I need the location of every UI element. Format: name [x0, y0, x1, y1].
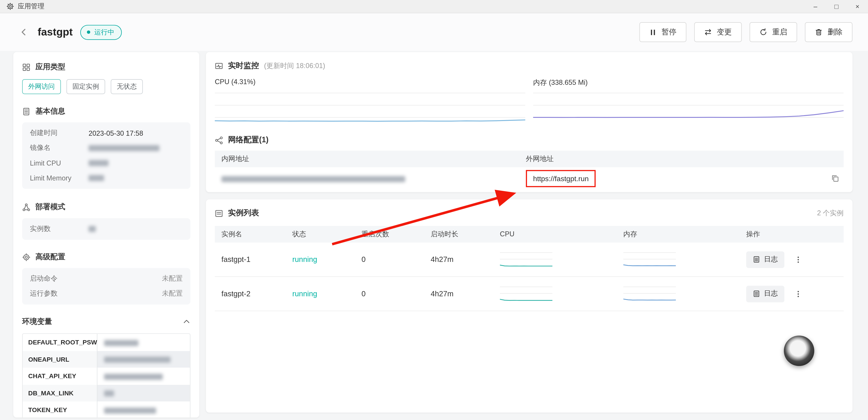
- deploy-box: 实例数: [22, 218, 190, 240]
- tag-fixed-instance: 固定实例: [66, 79, 105, 94]
- delete-label: 删除: [828, 27, 842, 37]
- info-label: 启动命令: [30, 274, 89, 283]
- pause-button[interactable]: 暂停: [640, 22, 686, 42]
- back-button[interactable]: [17, 25, 31, 39]
- page-title: fastgpt: [37, 26, 72, 38]
- section-env-vars: 环境变量: [22, 317, 52, 327]
- maximize-button[interactable]: □: [826, 0, 847, 13]
- env-key: TOKEN_KEY: [23, 401, 97, 418]
- monitoring-charts: CPU (4.31%) 内存 (338.655 Mi): [215, 78, 844, 128]
- info-value: 未配置: [162, 289, 183, 299]
- instance-cpu-sparkline: [500, 249, 553, 269]
- deploy-icon: [22, 203, 31, 211]
- restart-button[interactable]: 重启: [749, 22, 797, 42]
- env-vars-header[interactable]: 环境变量: [22, 317, 190, 327]
- instance-row: fastgpt-1 running 0 4h27m: [215, 242, 844, 277]
- instance-count: 2 个实例: [817, 209, 844, 218]
- log-label: 日志: [764, 289, 778, 299]
- log-button[interactable]: 日志: [746, 286, 784, 302]
- monitoring-title: 实时监控: [228, 61, 259, 71]
- redacted-value: [89, 226, 96, 232]
- network-config-title: 网络配置(1): [228, 135, 269, 145]
- more-actions-button[interactable]: [794, 289, 802, 298]
- col-uptime: 启动时长: [424, 230, 493, 239]
- log-icon: [753, 256, 760, 263]
- section-title: 部署模式: [35, 202, 65, 212]
- col-restarts: 重启次数: [355, 230, 424, 239]
- redacted-value: [89, 160, 108, 166]
- section-title: 环境变量: [22, 317, 52, 327]
- env-key: DB_MAX_LINK: [23, 385, 97, 401]
- copy-button[interactable]: [829, 172, 841, 185]
- cpu-line: [215, 120, 525, 121]
- info-label: 创建时间: [30, 128, 89, 138]
- env-row: TOKEN_KEY: [23, 401, 190, 418]
- env-row: DEFAULT_ROOT_PSW: [23, 334, 190, 351]
- monitoring-header: 实时监控 (更新时间 18:06:01): [215, 52, 844, 71]
- more-actions-button[interactable]: [794, 255, 802, 264]
- list-icon: [215, 209, 223, 217]
- info-row-limit-memory: Limit Memory: [30, 171, 183, 185]
- col-status: 状态: [285, 230, 355, 239]
- redacted-value: [104, 373, 163, 380]
- memory-line: [533, 111, 844, 117]
- instance-restarts: 0: [355, 256, 424, 264]
- monitor-icon: [215, 62, 223, 70]
- memory-chart-label: 内存 (338.655 Mi): [533, 78, 844, 88]
- env-row: ONEAPI_URL: [23, 351, 190, 368]
- info-label: 运行参数: [30, 289, 89, 299]
- col-operations: 操作: [740, 230, 844, 239]
- swap-arrows-icon: [704, 28, 712, 36]
- instance-status: running: [285, 290, 355, 298]
- info-row-start-command: 启动命令 未配置: [30, 271, 183, 286]
- env-vars-table: DEFAULT_ROOT_PSW ONEAPI_URL CHAT_API_KEY…: [22, 333, 190, 418]
- redacted-value: [104, 390, 114, 396]
- cpu-sparkline-line: [500, 299, 553, 300]
- info-value: 未配置: [162, 274, 183, 283]
- highlight-box: https://fastgpt.run: [526, 170, 596, 187]
- section-deploy-mode: 部署模式: [22, 202, 190, 212]
- pause-icon: [649, 29, 657, 36]
- kebab-menu-icon: [794, 289, 802, 298]
- instances-card: 实例列表 2 个实例 实例名 状态 重启次数 启动时长 CPU 内存 操作 fa…: [206, 199, 852, 413]
- network-table-row: https://fastgpt.run: [215, 167, 844, 189]
- section-app-type: 应用类型: [22, 62, 190, 72]
- redacted-value: [89, 145, 159, 151]
- env-key: DEFAULT_ROOT_PSW: [23, 334, 97, 351]
- app-type-tags: 外网访问 固定实例 无状态: [22, 79, 190, 94]
- page-header: fastgpt 运行中 暂停 变更 重启: [0, 13, 868, 51]
- close-button[interactable]: ×: [847, 0, 868, 13]
- instances-table-header: 实例名 状态 重启次数 启动时长 CPU 内存 操作: [215, 226, 844, 242]
- log-label: 日志: [764, 255, 778, 264]
- status-dot-icon: [87, 31, 90, 34]
- env-row: DB_MAX_LINK: [23, 385, 190, 401]
- instance-cpu-sparkline: [500, 284, 553, 304]
- grid-icon: [22, 63, 31, 71]
- app-window: 应用管理 – □ × fastgpt 运行中 暂停: [0, 0, 868, 420]
- instance-name: fastgpt-1: [215, 256, 285, 264]
- delete-button[interactable]: 删除: [805, 22, 852, 42]
- chevron-up-icon[interactable]: [183, 318, 190, 326]
- info-row-limit-cpu: Limit CPU: [30, 156, 183, 171]
- kebab-menu-icon: [794, 255, 802, 264]
- col-memory: 内存: [617, 230, 740, 239]
- info-row-instance-count: 实例数: [30, 221, 183, 236]
- log-button[interactable]: 日志: [746, 251, 784, 268]
- change-button[interactable]: 变更: [694, 22, 742, 42]
- memory-chart-panel: 内存 (338.655 Mi): [533, 78, 844, 128]
- info-row-image-name: 镜像名: [30, 141, 183, 156]
- external-url: https://fastgpt.run: [533, 174, 589, 182]
- log-icon: [753, 290, 760, 297]
- tag-external-access: 外网访问: [22, 79, 61, 94]
- cpu-chart-label: CPU (4.31%): [215, 78, 525, 88]
- basic-info-box: 创建时间 2023-05-30 17:58 镜像名 Limit CPU Limi…: [22, 122, 190, 189]
- redacted-internal-address: [221, 176, 405, 182]
- instances-title: 实例列表: [228, 208, 259, 218]
- window-title: 应用管理: [18, 2, 44, 11]
- copy-icon: [831, 174, 839, 182]
- advanced-box: 启动命令 未配置 运行参数 未配置: [22, 268, 190, 305]
- redacted-value: [104, 340, 138, 346]
- redacted-value: [104, 357, 170, 363]
- instance-memory-sparkline: [623, 284, 676, 304]
- minimize-button[interactable]: –: [805, 0, 826, 13]
